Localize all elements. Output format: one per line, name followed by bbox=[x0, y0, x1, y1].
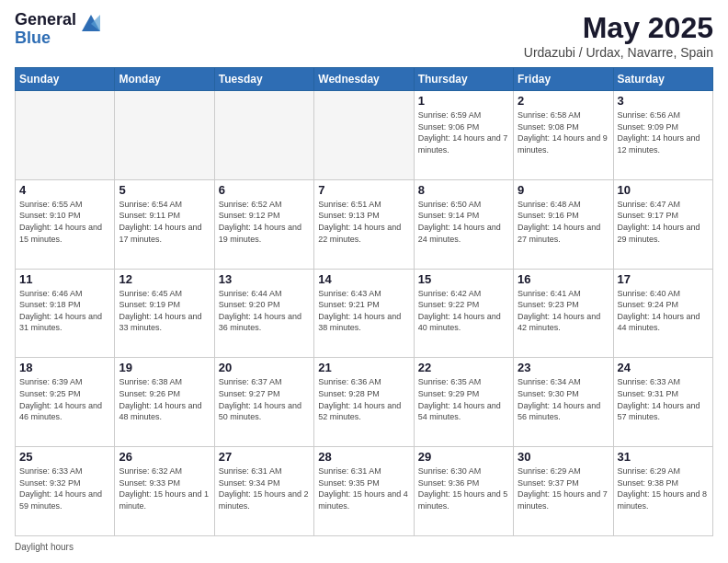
day-number: 7 bbox=[318, 183, 409, 197]
calendar-cell: 21Sunrise: 6:36 AM Sunset: 9:28 PM Dayli… bbox=[314, 358, 414, 447]
calendar-cell: 15Sunrise: 6:42 AM Sunset: 9:22 PM Dayli… bbox=[414, 269, 513, 358]
main-title: May 2025 bbox=[524, 11, 713, 45]
day-info: Sunrise: 6:58 AM Sunset: 9:08 PM Dayligh… bbox=[518, 109, 609, 155]
calendar-cell: 4Sunrise: 6:55 AM Sunset: 9:10 PM Daylig… bbox=[16, 179, 115, 269]
day-number: 15 bbox=[418, 272, 509, 286]
calendar-header-sunday: Sunday bbox=[16, 68, 115, 91]
daylight-label: Daylight hours bbox=[15, 542, 74, 552]
day-number: 2 bbox=[518, 94, 609, 108]
day-number: 18 bbox=[19, 361, 110, 374]
day-info: Sunrise: 6:45 AM Sunset: 9:19 PM Dayligh… bbox=[119, 288, 210, 334]
day-number: 5 bbox=[119, 183, 210, 197]
day-info: Sunrise: 6:42 AM Sunset: 9:22 PM Dayligh… bbox=[418, 288, 509, 334]
day-info: Sunrise: 6:34 AM Sunset: 9:30 PM Dayligh… bbox=[518, 376, 609, 422]
calendar-cell: 9Sunrise: 6:48 AM Sunset: 9:16 PM Daylig… bbox=[514, 179, 613, 269]
calendar-cell: 18Sunrise: 6:39 AM Sunset: 9:25 PM Dayli… bbox=[16, 358, 115, 447]
calendar-cell: 16Sunrise: 6:41 AM Sunset: 9:23 PM Dayli… bbox=[514, 269, 613, 358]
day-info: Sunrise: 6:41 AM Sunset: 9:23 PM Dayligh… bbox=[518, 288, 609, 334]
calendar-week-3: 11Sunrise: 6:46 AM Sunset: 9:18 PM Dayli… bbox=[16, 269, 713, 358]
day-info: Sunrise: 6:33 AM Sunset: 9:32 PM Dayligh… bbox=[19, 465, 110, 511]
calendar-cell: 17Sunrise: 6:40 AM Sunset: 9:24 PM Dayli… bbox=[613, 269, 712, 358]
day-info: Sunrise: 6:59 AM Sunset: 9:06 PM Dayligh… bbox=[418, 109, 509, 155]
calendar-cell bbox=[115, 91, 214, 180]
day-number: 8 bbox=[418, 183, 509, 197]
day-number: 14 bbox=[318, 272, 409, 286]
day-info: Sunrise: 6:38 AM Sunset: 9:26 PM Dayligh… bbox=[119, 376, 210, 422]
calendar-cell bbox=[314, 91, 414, 180]
day-info: Sunrise: 6:56 AM Sunset: 9:09 PM Dayligh… bbox=[618, 109, 709, 155]
calendar-cell: 26Sunrise: 6:32 AM Sunset: 9:33 PM Dayli… bbox=[115, 447, 214, 536]
day-info: Sunrise: 6:51 AM Sunset: 9:13 PM Dayligh… bbox=[318, 199, 409, 245]
day-info: Sunrise: 6:44 AM Sunset: 9:20 PM Dayligh… bbox=[219, 288, 310, 334]
day-number: 20 bbox=[219, 361, 310, 374]
calendar-cell bbox=[214, 91, 313, 180]
day-number: 27 bbox=[219, 450, 310, 464]
day-info: Sunrise: 6:33 AM Sunset: 9:31 PM Dayligh… bbox=[618, 376, 709, 422]
day-number: 29 bbox=[418, 450, 509, 464]
footer-note: Daylight hours bbox=[15, 542, 713, 552]
day-info: Sunrise: 6:47 AM Sunset: 9:17 PM Dayligh… bbox=[618, 199, 709, 245]
day-info: Sunrise: 6:55 AM Sunset: 9:10 PM Dayligh… bbox=[19, 199, 110, 245]
calendar-week-1: 1Sunrise: 6:59 AM Sunset: 9:06 PM Daylig… bbox=[16, 91, 713, 180]
calendar-header-saturday: Saturday bbox=[613, 68, 712, 91]
header: General Blue May 2025 Urdazubi / Urdax, … bbox=[15, 11, 713, 60]
day-number: 6 bbox=[219, 183, 310, 197]
day-info: Sunrise: 6:39 AM Sunset: 9:25 PM Dayligh… bbox=[19, 376, 110, 422]
calendar-cell: 31Sunrise: 6:29 AM Sunset: 9:38 PM Dayli… bbox=[613, 447, 712, 536]
day-number: 13 bbox=[219, 272, 310, 286]
calendar-cell bbox=[16, 91, 115, 180]
day-number: 25 bbox=[19, 450, 110, 464]
day-info: Sunrise: 6:32 AM Sunset: 9:33 PM Dayligh… bbox=[119, 465, 210, 511]
calendar-header-thursday: Thursday bbox=[414, 68, 513, 91]
calendar-cell: 3Sunrise: 6:56 AM Sunset: 9:09 PM Daylig… bbox=[613, 91, 712, 180]
day-number: 22 bbox=[418, 361, 509, 374]
calendar-cell: 20Sunrise: 6:37 AM Sunset: 9:27 PM Dayli… bbox=[214, 358, 313, 447]
calendar-header-row: SundayMondayTuesdayWednesdayThursdayFrid… bbox=[16, 68, 713, 91]
day-info: Sunrise: 6:29 AM Sunset: 9:38 PM Dayligh… bbox=[618, 465, 709, 511]
day-info: Sunrise: 6:54 AM Sunset: 9:11 PM Dayligh… bbox=[119, 199, 210, 245]
calendar-cell: 6Sunrise: 6:52 AM Sunset: 9:12 PM Daylig… bbox=[214, 179, 313, 269]
day-number: 10 bbox=[618, 183, 709, 197]
calendar-week-2: 4Sunrise: 6:55 AM Sunset: 9:10 PM Daylig… bbox=[16, 179, 713, 269]
calendar-cell: 11Sunrise: 6:46 AM Sunset: 9:18 PM Dayli… bbox=[16, 269, 115, 358]
calendar-week-5: 25Sunrise: 6:33 AM Sunset: 9:32 PM Dayli… bbox=[16, 447, 713, 536]
day-number: 28 bbox=[318, 450, 409, 464]
day-number: 19 bbox=[119, 361, 210, 374]
day-number: 23 bbox=[518, 361, 609, 374]
calendar-week-4: 18Sunrise: 6:39 AM Sunset: 9:25 PM Dayli… bbox=[16, 358, 713, 447]
day-info: Sunrise: 6:40 AM Sunset: 9:24 PM Dayligh… bbox=[618, 288, 709, 334]
day-number: 3 bbox=[618, 94, 709, 108]
calendar-cell: 5Sunrise: 6:54 AM Sunset: 9:11 PM Daylig… bbox=[115, 179, 214, 269]
calendar-cell: 22Sunrise: 6:35 AM Sunset: 9:29 PM Dayli… bbox=[414, 358, 513, 447]
day-number: 26 bbox=[119, 450, 210, 464]
calendar-cell: 7Sunrise: 6:51 AM Sunset: 9:13 PM Daylig… bbox=[314, 179, 414, 269]
day-number: 24 bbox=[618, 361, 709, 374]
calendar-cell: 30Sunrise: 6:29 AM Sunset: 9:37 PM Dayli… bbox=[514, 447, 613, 536]
subtitle: Urdazubi / Urdax, Navarre, Spain bbox=[524, 45, 713, 60]
logo-blue: Blue bbox=[15, 29, 76, 48]
day-info: Sunrise: 6:35 AM Sunset: 9:29 PM Dayligh… bbox=[418, 376, 509, 422]
calendar-cell: 12Sunrise: 6:45 AM Sunset: 9:19 PM Dayli… bbox=[115, 269, 214, 358]
day-number: 12 bbox=[119, 272, 210, 286]
calendar-cell: 23Sunrise: 6:34 AM Sunset: 9:30 PM Dayli… bbox=[514, 358, 613, 447]
calendar-cell: 25Sunrise: 6:33 AM Sunset: 9:32 PM Dayli… bbox=[16, 447, 115, 536]
calendar-cell: 1Sunrise: 6:59 AM Sunset: 9:06 PM Daylig… bbox=[414, 91, 513, 180]
day-number: 21 bbox=[318, 361, 409, 374]
calendar-cell: 8Sunrise: 6:50 AM Sunset: 9:14 PM Daylig… bbox=[414, 179, 513, 269]
day-number: 11 bbox=[19, 272, 110, 286]
day-info: Sunrise: 6:37 AM Sunset: 9:27 PM Dayligh… bbox=[219, 376, 310, 422]
day-number: 30 bbox=[518, 450, 609, 464]
calendar-header-wednesday: Wednesday bbox=[314, 68, 414, 91]
day-number: 16 bbox=[518, 272, 609, 286]
calendar-cell: 28Sunrise: 6:31 AM Sunset: 9:35 PM Dayli… bbox=[314, 447, 414, 536]
day-number: 9 bbox=[518, 183, 609, 197]
calendar-header-friday: Friday bbox=[514, 68, 613, 91]
day-info: Sunrise: 6:31 AM Sunset: 9:34 PM Dayligh… bbox=[219, 465, 310, 511]
day-number: 1 bbox=[418, 94, 509, 108]
title-block: May 2025 Urdazubi / Urdax, Navarre, Spai… bbox=[524, 11, 713, 60]
day-info: Sunrise: 6:29 AM Sunset: 9:37 PM Dayligh… bbox=[518, 465, 609, 511]
day-info: Sunrise: 6:52 AM Sunset: 9:12 PM Dayligh… bbox=[219, 199, 310, 245]
calendar-cell: 24Sunrise: 6:33 AM Sunset: 9:31 PM Dayli… bbox=[613, 358, 712, 447]
calendar-cell: 13Sunrise: 6:44 AM Sunset: 9:20 PM Dayli… bbox=[214, 269, 313, 358]
calendar-cell: 19Sunrise: 6:38 AM Sunset: 9:26 PM Dayli… bbox=[115, 358, 214, 447]
